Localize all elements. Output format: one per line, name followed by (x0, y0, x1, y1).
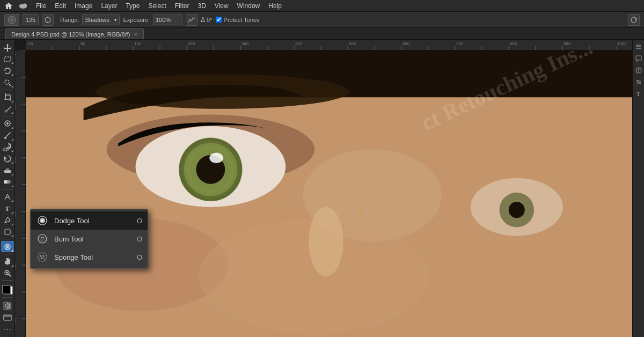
rotate-icon[interactable] (628, 14, 640, 26)
angle-value: 0° (207, 17, 213, 23)
move-tool[interactable] (1, 42, 14, 53)
svg-text:200: 200 (15, 157, 16, 163)
brush-tool[interactable] (1, 130, 14, 141)
svg-rect-27 (4, 180, 11, 184)
chat-icon[interactable] (634, 54, 643, 63)
eraser-tool[interactable] (1, 165, 14, 176)
svg-point-4 (9, 17, 14, 23)
menu-bar: FileEditImageLayerTypeSelectFilter3DView… (0, 0, 644, 12)
menu-image[interactable]: Image (71, 1, 96, 11)
svg-point-133 (639, 83, 640, 84)
menu-filter[interactable]: Filter (171, 1, 193, 11)
svg-text:580: 580 (349, 41, 356, 46)
menu-type[interactable]: Type (122, 1, 143, 11)
svg-text:280: 280 (188, 41, 195, 46)
svg-point-115 (41, 219, 43, 222)
brush-size-input[interactable]: 125 (23, 14, 39, 25)
svg-text:680: 680 (402, 41, 410, 46)
ruler-vertical: 0100200300400500 (15, 50, 26, 337)
flyout-item-burn[interactable]: Burn ToolO (31, 230, 148, 248)
exposure-value[interactable]: 100% (153, 14, 182, 25)
sponge-flyout-shortcut: O (137, 253, 142, 261)
svg-text:780: 780 (456, 41, 464, 46)
menu-select[interactable]: Select (144, 1, 170, 11)
pen-tool[interactable] (1, 191, 14, 202)
svg-point-129 (638, 69, 639, 70)
tab-close-icon[interactable]: ✕ (134, 32, 138, 37)
path-select-tool[interactable] (1, 215, 14, 226)
zoom-tool[interactable] (1, 268, 14, 279)
dodge-burn-tool[interactable] (1, 241, 14, 252)
svg-point-104 (209, 153, 223, 163)
menu-help[interactable]: Help (265, 1, 286, 11)
home-icon[interactable] (3, 1, 14, 11)
canvas-background[interactable]: ct Retouching Ins... (26, 50, 632, 337)
svg-point-132 (636, 80, 638, 82)
shape-tool[interactable] (1, 226, 14, 238)
collapse-panel-btn[interactable] (634, 42, 643, 52)
canvas-area[interactable]: -20801802803804805806807808809801080 010… (15, 40, 632, 337)
sponge-flyout-label: Sponge Tool (54, 253, 131, 261)
dodge-flyout-shortcut: O (137, 217, 142, 225)
options-bar: 125 Range: Shadows Exposure: 100% Δ 0° P… (0, 12, 644, 28)
menu-edit[interactable]: Edit (51, 1, 70, 11)
protect-tones-option[interactable]: Protect Tones (216, 17, 260, 23)
change-screen-mode[interactable] (1, 312, 14, 323)
svg-point-121 (41, 258, 43, 259)
type-tool[interactable]: T (1, 203, 14, 214)
svg-text:380: 380 (241, 41, 249, 46)
foreground-color[interactable] (2, 285, 11, 294)
menu-3d[interactable]: 3D (194, 1, 209, 11)
flyout-item-dodge[interactable]: Dodge ToolO (31, 211, 148, 230)
marquee-tool[interactable] (1, 54, 14, 65)
lasso-tool[interactable] (1, 65, 14, 76)
svg-line-13 (9, 84, 11, 86)
quick-select-tool[interactable] (1, 77, 14, 88)
eye-photo (26, 50, 632, 337)
burn-flyout-shortcut: O (137, 235, 142, 243)
crop-tool[interactable] (1, 92, 14, 103)
hand-tool[interactable] (1, 256, 14, 267)
brush-settings-icon[interactable] (42, 14, 54, 26)
svg-text:T: T (5, 204, 10, 213)
eyedropper-tool[interactable] (1, 104, 14, 115)
exposure-graph-icon[interactable] (186, 14, 197, 26)
svg-marker-24 (4, 157, 6, 159)
cloud-icon[interactable] (17, 0, 29, 12)
menu-window[interactable]: Window (233, 1, 264, 11)
gradient-tool[interactable] (1, 177, 14, 188)
clone-stamp-tool[interactable] (1, 142, 14, 153)
svg-rect-126 (636, 56, 641, 60)
quick-mask-tool[interactable] (1, 301, 14, 312)
dodge-flyout-label: Dodge Tool (54, 217, 131, 225)
adjust-icon[interactable] (634, 77, 643, 87)
protect-tones-checkbox[interactable] (216, 17, 222, 23)
menu-file[interactable]: File (32, 1, 50, 11)
svg-rect-23 (4, 148, 7, 151)
tab-bar: Design 4 PSD.psd @ 120% (Image, RGB/8#) … (0, 28, 644, 40)
healing-tool[interactable] (1, 118, 14, 129)
svg-text:180: 180 (134, 41, 142, 46)
flyout-item-sponge[interactable]: Sponge ToolO (31, 248, 148, 266)
svg-text:980: 980 (564, 41, 571, 46)
protect-tones-label: Protect Tones (224, 17, 260, 23)
main-layout: T (0, 40, 644, 337)
active-tab[interactable]: Design 4 PSD.psd @ 120% (Image, RGB/8#) … (5, 28, 144, 39)
left-toolbar: T (0, 40, 15, 337)
range-dropdown[interactable]: Shadows (82, 14, 120, 25)
brush-preview[interactable] (4, 14, 19, 26)
extra-tools[interactable]: ⋯ (1, 324, 14, 335)
history-brush-tool[interactable] (1, 153, 14, 164)
menu-view[interactable]: View (211, 1, 232, 11)
menu-layer[interactable]: Layer (97, 1, 121, 11)
text-icon[interactable]: T (634, 89, 643, 99)
svg-marker-10 (4, 43, 11, 52)
svg-point-22 (4, 137, 6, 139)
toolbar-divider-2 (2, 116, 13, 116)
fg-bg-colors[interactable] (1, 284, 14, 296)
right-panel: T (632, 40, 644, 337)
svg-text:100: 100 (15, 103, 16, 109)
svg-text:500: 500 (15, 318, 16, 324)
info-icon[interactable] (634, 65, 643, 75)
tool-flyout-menu: Dodge ToolO Burn ToolO Sponge ToolO (30, 209, 148, 269)
